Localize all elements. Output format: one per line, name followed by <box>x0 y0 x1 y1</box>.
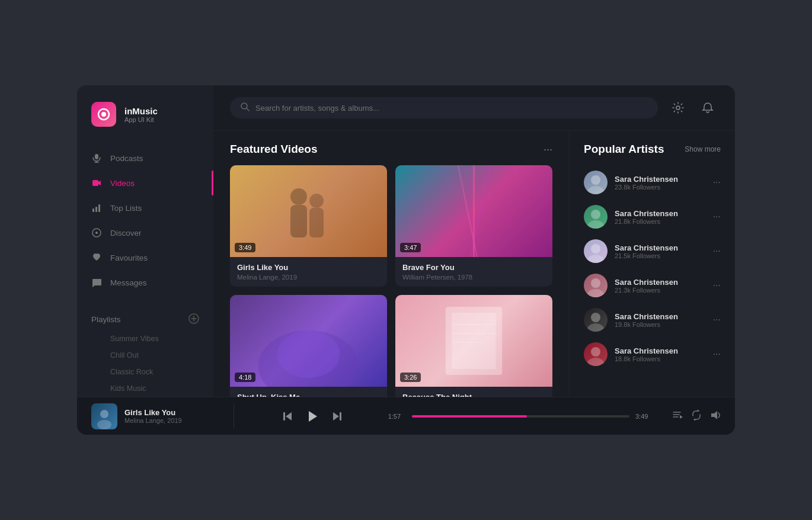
discover-icon <box>91 227 102 238</box>
svg-rect-6 <box>92 208 94 212</box>
svg-rect-20 <box>309 208 324 237</box>
progress-bar[interactable] <box>412 415 629 418</box>
sidebar-item-discover[interactable]: Discover <box>77 220 213 245</box>
volume-button[interactable] <box>710 410 721 423</box>
video-1-title: Girls Like You <box>237 263 380 272</box>
prev-button[interactable] <box>282 411 293 422</box>
player-actions <box>672 410 721 423</box>
artist-followers-4: 21.3k Followers <box>615 287 706 294</box>
svg-point-10 <box>95 232 98 234</box>
artist-info-3: Sara Christensen 21.5k Followers <box>615 243 706 259</box>
video-card-1[interactable]: 3:49 Girls Like You Melina Lange, 2019 <box>230 165 387 287</box>
artist-item-6: Sara Christensen 18.8k Followers ··· <box>584 337 721 371</box>
svg-marker-50 <box>333 412 339 421</box>
sidebar-item-favourites[interactable]: Favourites <box>77 245 213 270</box>
app-window: inMusic App UI Kit Podcasts <box>77 85 735 435</box>
player-track-subtitle: Melina Lange, 2019 <box>124 417 182 424</box>
video-3-duration: 4:18 <box>235 373 255 382</box>
top-bar <box>213 85 735 131</box>
video-1-subtitle: Melina Lange, 2019 <box>237 274 380 281</box>
video-thumb-2: 3:47 <box>395 165 552 257</box>
discover-label: Discover <box>110 229 142 237</box>
svg-point-36 <box>591 244 600 253</box>
artist-avatar-5 <box>584 308 608 332</box>
artist-item-5: Sara Christensen 19.8k Followers ··· <box>584 303 721 337</box>
artist-more-6[interactable]: ··· <box>713 349 721 359</box>
artist-more-5[interactable]: ··· <box>713 314 721 325</box>
sidebar-item-podcasts[interactable]: Podcasts <box>77 146 213 171</box>
svg-point-43 <box>587 358 604 366</box>
playlist-button[interactable] <box>672 410 683 423</box>
svg-point-37 <box>587 255 604 263</box>
svg-line-15 <box>247 108 249 111</box>
add-playlist-button[interactable] <box>188 313 199 326</box>
repeat-button[interactable] <box>691 410 702 423</box>
artist-info-1: Sara Christensen 23.8k Followers <box>615 175 706 191</box>
svg-point-16 <box>676 106 680 110</box>
svg-rect-8 <box>98 204 100 212</box>
videos-label: Videos <box>110 179 135 188</box>
svg-point-41 <box>587 323 604 332</box>
top-bar-actions <box>667 97 718 118</box>
artist-avatar-4 <box>584 274 608 297</box>
search-input[interactable] <box>255 104 647 113</box>
video-4-duration: 3:26 <box>400 373 421 382</box>
artist-info-6: Sara Christensen 18.8k Followers <box>615 346 706 362</box>
artist-name-4: Sara Christensen <box>615 278 706 287</box>
settings-button[interactable] <box>667 97 689 118</box>
artist-avatar-3 <box>584 239 608 263</box>
sidebar-item-videos[interactable]: Videos <box>77 171 213 195</box>
video-thumb-3: 4:18 <box>230 295 387 387</box>
video-card-4[interactable]: 3:26 Because The Night Johan Madsen, 201… <box>395 295 552 397</box>
artist-more-3[interactable]: ··· <box>713 246 721 256</box>
svg-rect-48 <box>283 412 285 421</box>
video-card-2[interactable]: 3:47 Brave For You William Petersen, 197… <box>395 165 552 287</box>
artist-followers-6: 18.8k Followers <box>615 355 706 362</box>
videos-icon <box>91 178 102 188</box>
main-content: inMusic App UI Kit Podcasts <box>77 85 735 397</box>
search-container[interactable] <box>230 97 658 118</box>
next-button[interactable] <box>332 411 343 422</box>
svg-point-26 <box>277 330 340 378</box>
play-button[interactable] <box>306 410 319 423</box>
logo-text: inMusic App UI Kit <box>124 106 158 123</box>
artist-more-4[interactable]: ··· <box>713 280 721 291</box>
sidebar-nav: Podcasts Videos <box>77 141 213 306</box>
artist-more-1[interactable]: ··· <box>713 177 721 188</box>
artist-item-2: Sara Christensen 21.8k Followers ··· <box>584 200 721 234</box>
svg-point-19 <box>309 194 324 208</box>
featured-more-button[interactable]: ··· <box>544 143 552 156</box>
svg-rect-51 <box>340 412 341 421</box>
svg-point-32 <box>591 175 600 185</box>
sidebar: inMusic App UI Kit Podcasts <box>77 85 213 397</box>
playlist-item-kids-music[interactable]: Kids Music <box>91 380 199 397</box>
main-area: Featured Videos ··· <box>213 85 735 397</box>
featured-panel: Featured Videos ··· <box>213 131 569 397</box>
artist-avatar-6 <box>584 342 608 366</box>
playlists-section: Playlists Summer Vibes Chill Out Classic… <box>77 306 213 397</box>
video-3-title: Shut Up, Kiss Me <box>237 393 380 397</box>
artist-item-1: Sara Christensen 23.8k Followers ··· <box>584 165 721 200</box>
notifications-button[interactable] <box>697 97 718 118</box>
playlist-item-chill-out[interactable]: Chill Out <box>91 347 199 364</box>
player-track-info: Girls Like You Melina Lange, 2019 <box>91 403 222 429</box>
artist-info-4: Sara Christensen 21.3k Followers <box>615 278 706 294</box>
svg-point-42 <box>591 347 600 357</box>
artist-followers-1: 23.8k Followers <box>615 184 706 191</box>
sidebar-logo: inMusic App UI Kit <box>77 85 213 141</box>
svg-point-17 <box>290 188 307 205</box>
sidebar-item-top-lists[interactable]: Top Lists <box>77 195 213 220</box>
player-thumb <box>91 403 117 429</box>
show-more-button[interactable]: Show more <box>685 145 721 153</box>
podcasts-label: Podcasts <box>110 154 143 163</box>
video-card-3[interactable]: 4:18 Shut Up, Kiss Me Mikkel Poulsen, 20… <box>230 295 387 397</box>
svg-point-46 <box>97 420 111 429</box>
sidebar-item-messages[interactable]: Messages <box>77 270 213 295</box>
playlists-label: Playlists <box>91 315 121 324</box>
playlist-item-classic-rock[interactable]: Classic Rock <box>91 364 199 380</box>
artist-more-2[interactable]: ··· <box>713 211 721 222</box>
playlist-item-summer-vibes[interactable]: Summer Vibes <box>91 330 199 347</box>
svg-rect-18 <box>290 205 307 237</box>
svg-marker-56 <box>711 411 717 419</box>
player-divider <box>234 405 234 428</box>
